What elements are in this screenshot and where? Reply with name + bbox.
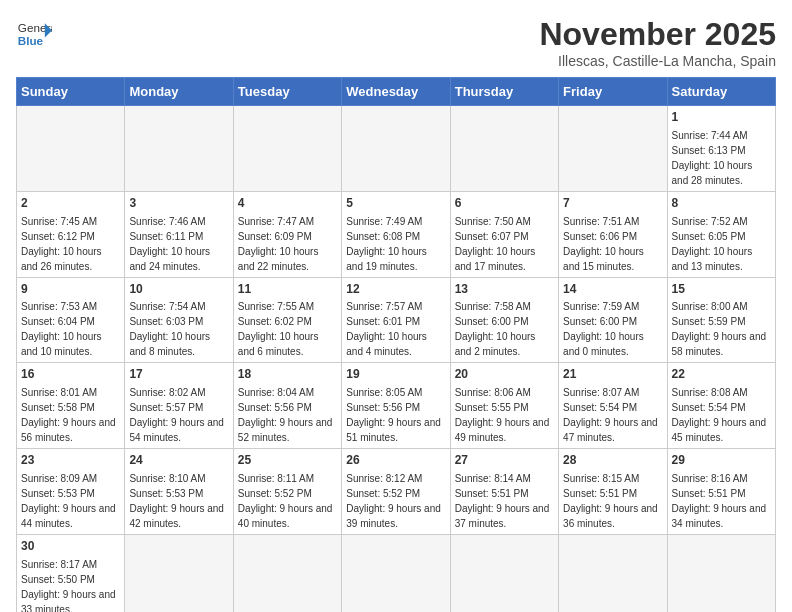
calendar-cell: 11Sunrise: 7:55 AM Sunset: 6:02 PM Dayli… xyxy=(233,277,341,363)
header: General Blue November 2025 Illescas, Cas… xyxy=(16,16,776,69)
day-number: 19 xyxy=(346,366,445,383)
calendar-cell: 26Sunrise: 8:12 AM Sunset: 5:52 PM Dayli… xyxy=(342,449,450,535)
calendar-cell xyxy=(559,106,667,192)
calendar-cell: 15Sunrise: 8:00 AM Sunset: 5:59 PM Dayli… xyxy=(667,277,775,363)
day-number: 2 xyxy=(21,195,120,212)
day-number: 20 xyxy=(455,366,554,383)
day-info: Sunrise: 7:55 AM Sunset: 6:02 PM Dayligh… xyxy=(238,299,337,359)
week-row: 23Sunrise: 8:09 AM Sunset: 5:53 PM Dayli… xyxy=(17,449,776,535)
day-info: Sunrise: 7:59 AM Sunset: 6:00 PM Dayligh… xyxy=(563,299,662,359)
day-info: Sunrise: 7:57 AM Sunset: 6:01 PM Dayligh… xyxy=(346,299,445,359)
day-number: 25 xyxy=(238,452,337,469)
calendar-cell: 6Sunrise: 7:50 AM Sunset: 6:07 PM Daylig… xyxy=(450,191,558,277)
week-row: 1Sunrise: 7:44 AM Sunset: 6:13 PM Daylig… xyxy=(17,106,776,192)
day-number: 12 xyxy=(346,281,445,298)
day-info: Sunrise: 7:51 AM Sunset: 6:06 PM Dayligh… xyxy=(563,214,662,274)
calendar-cell xyxy=(450,534,558,612)
day-info: Sunrise: 7:52 AM Sunset: 6:05 PM Dayligh… xyxy=(672,214,771,274)
calendar-cell: 10Sunrise: 7:54 AM Sunset: 6:03 PM Dayli… xyxy=(125,277,233,363)
calendar-cell xyxy=(125,106,233,192)
day-info: Sunrise: 8:14 AM Sunset: 5:51 PM Dayligh… xyxy=(455,471,554,531)
day-info: Sunrise: 8:00 AM Sunset: 5:59 PM Dayligh… xyxy=(672,299,771,359)
logo: General Blue xyxy=(16,16,52,52)
day-number: 4 xyxy=(238,195,337,212)
day-number: 15 xyxy=(672,281,771,298)
calendar-cell xyxy=(667,534,775,612)
day-info: Sunrise: 8:17 AM Sunset: 5:50 PM Dayligh… xyxy=(21,557,120,612)
calendar-cell: 12Sunrise: 7:57 AM Sunset: 6:01 PM Dayli… xyxy=(342,277,450,363)
calendar-cell: 7Sunrise: 7:51 AM Sunset: 6:06 PM Daylig… xyxy=(559,191,667,277)
calendar-cell: 24Sunrise: 8:10 AM Sunset: 5:53 PM Dayli… xyxy=(125,449,233,535)
calendar-cell: 20Sunrise: 8:06 AM Sunset: 5:55 PM Dayli… xyxy=(450,363,558,449)
weekday-header: Thursday xyxy=(450,78,558,106)
day-info: Sunrise: 8:09 AM Sunset: 5:53 PM Dayligh… xyxy=(21,471,120,531)
calendar-cell: 9Sunrise: 7:53 AM Sunset: 6:04 PM Daylig… xyxy=(17,277,125,363)
day-info: Sunrise: 8:10 AM Sunset: 5:53 PM Dayligh… xyxy=(129,471,228,531)
week-row: 9Sunrise: 7:53 AM Sunset: 6:04 PM Daylig… xyxy=(17,277,776,363)
day-number: 24 xyxy=(129,452,228,469)
calendar-cell xyxy=(342,106,450,192)
day-number: 28 xyxy=(563,452,662,469)
day-number: 14 xyxy=(563,281,662,298)
calendar-cell: 5Sunrise: 7:49 AM Sunset: 6:08 PM Daylig… xyxy=(342,191,450,277)
weekday-header: Sunday xyxy=(17,78,125,106)
calendar-cell xyxy=(17,106,125,192)
day-info: Sunrise: 8:06 AM Sunset: 5:55 PM Dayligh… xyxy=(455,385,554,445)
svg-text:Blue: Blue xyxy=(18,34,44,47)
day-number: 7 xyxy=(563,195,662,212)
calendar-cell: 29Sunrise: 8:16 AM Sunset: 5:51 PM Dayli… xyxy=(667,449,775,535)
title-area: November 2025 Illescas, Castille-La Manc… xyxy=(539,16,776,69)
day-info: Sunrise: 8:05 AM Sunset: 5:56 PM Dayligh… xyxy=(346,385,445,445)
week-row: 30Sunrise: 8:17 AM Sunset: 5:50 PM Dayli… xyxy=(17,534,776,612)
calendar-cell: 18Sunrise: 8:04 AM Sunset: 5:56 PM Dayli… xyxy=(233,363,341,449)
day-info: Sunrise: 7:58 AM Sunset: 6:00 PM Dayligh… xyxy=(455,299,554,359)
day-number: 10 xyxy=(129,281,228,298)
calendar-cell: 23Sunrise: 8:09 AM Sunset: 5:53 PM Dayli… xyxy=(17,449,125,535)
calendar-cell: 30Sunrise: 8:17 AM Sunset: 5:50 PM Dayli… xyxy=(17,534,125,612)
calendar-cell: 2Sunrise: 7:45 AM Sunset: 6:12 PM Daylig… xyxy=(17,191,125,277)
calendar-cell: 19Sunrise: 8:05 AM Sunset: 5:56 PM Dayli… xyxy=(342,363,450,449)
day-number: 27 xyxy=(455,452,554,469)
day-info: Sunrise: 8:16 AM Sunset: 5:51 PM Dayligh… xyxy=(672,471,771,531)
logo-icon: General Blue xyxy=(16,16,52,52)
day-number: 21 xyxy=(563,366,662,383)
weekday-header: Wednesday xyxy=(342,78,450,106)
calendar-cell xyxy=(342,534,450,612)
calendar-cell: 22Sunrise: 8:08 AM Sunset: 5:54 PM Dayli… xyxy=(667,363,775,449)
day-number: 9 xyxy=(21,281,120,298)
calendar-cell: 4Sunrise: 7:47 AM Sunset: 6:09 PM Daylig… xyxy=(233,191,341,277)
day-number: 13 xyxy=(455,281,554,298)
calendar-cell xyxy=(233,106,341,192)
day-number: 29 xyxy=(672,452,771,469)
day-info: Sunrise: 7:44 AM Sunset: 6:13 PM Dayligh… xyxy=(672,128,771,188)
calendar-cell: 16Sunrise: 8:01 AM Sunset: 5:58 PM Dayli… xyxy=(17,363,125,449)
day-info: Sunrise: 7:53 AM Sunset: 6:04 PM Dayligh… xyxy=(21,299,120,359)
day-info: Sunrise: 7:47 AM Sunset: 6:09 PM Dayligh… xyxy=(238,214,337,274)
day-info: Sunrise: 7:45 AM Sunset: 6:12 PM Dayligh… xyxy=(21,214,120,274)
day-number: 30 xyxy=(21,538,120,555)
day-info: Sunrise: 7:54 AM Sunset: 6:03 PM Dayligh… xyxy=(129,299,228,359)
subtitle: Illescas, Castille-La Mancha, Spain xyxy=(539,53,776,69)
day-info: Sunrise: 7:46 AM Sunset: 6:11 PM Dayligh… xyxy=(129,214,228,274)
calendar-cell: 13Sunrise: 7:58 AM Sunset: 6:00 PM Dayli… xyxy=(450,277,558,363)
day-info: Sunrise: 7:49 AM Sunset: 6:08 PM Dayligh… xyxy=(346,214,445,274)
day-info: Sunrise: 8:01 AM Sunset: 5:58 PM Dayligh… xyxy=(21,385,120,445)
calendar-cell: 27Sunrise: 8:14 AM Sunset: 5:51 PM Dayli… xyxy=(450,449,558,535)
day-info: Sunrise: 8:15 AM Sunset: 5:51 PM Dayligh… xyxy=(563,471,662,531)
weekday-header: Tuesday xyxy=(233,78,341,106)
weekday-header: Monday xyxy=(125,78,233,106)
day-number: 26 xyxy=(346,452,445,469)
day-number: 11 xyxy=(238,281,337,298)
day-info: Sunrise: 8:04 AM Sunset: 5:56 PM Dayligh… xyxy=(238,385,337,445)
calendar-cell xyxy=(450,106,558,192)
calendar-cell: 14Sunrise: 7:59 AM Sunset: 6:00 PM Dayli… xyxy=(559,277,667,363)
calendar-cell: 3Sunrise: 7:46 AM Sunset: 6:11 PM Daylig… xyxy=(125,191,233,277)
weekday-header: Friday xyxy=(559,78,667,106)
day-number: 1 xyxy=(672,109,771,126)
calendar-cell: 17Sunrise: 8:02 AM Sunset: 5:57 PM Dayli… xyxy=(125,363,233,449)
calendar-cell xyxy=(233,534,341,612)
day-number: 6 xyxy=(455,195,554,212)
day-info: Sunrise: 8:12 AM Sunset: 5:52 PM Dayligh… xyxy=(346,471,445,531)
day-info: Sunrise: 8:11 AM Sunset: 5:52 PM Dayligh… xyxy=(238,471,337,531)
day-number: 16 xyxy=(21,366,120,383)
